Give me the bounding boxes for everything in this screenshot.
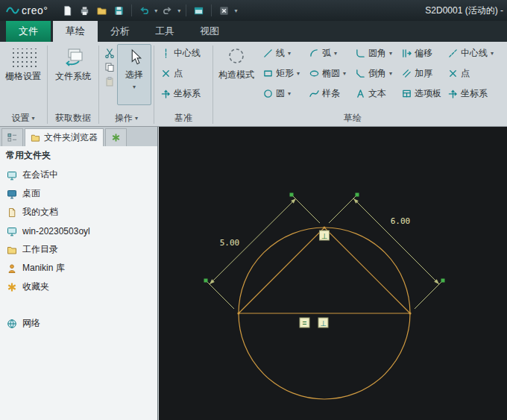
get-data-footer: 获取数据 [50, 110, 96, 126]
quick-access-toolbar: ▾ ▾ ▾ [60, 3, 238, 19]
centerline_v-icon [161, 48, 171, 58]
fillet-tool[interactable]: 圆角▾ [351, 47, 397, 60]
dropdown-arrow[interactable]: ▾ [334, 50, 337, 57]
undo-button[interactable] [136, 3, 152, 19]
csys-datum-tool[interactable]: 坐标系 [157, 84, 210, 104]
settings-footer[interactable]: 设置▾ [1, 110, 45, 126]
toolbar-separator [186, 4, 186, 16]
model-tree-tab[interactable] [1, 128, 23, 146]
point-icon [161, 69, 171, 78]
folder-browser-tab-label: 文件夹浏览器 [44, 131, 98, 144]
chamfer-icon [356, 69, 365, 78]
folder-item-network[interactable]: 网络 [0, 314, 157, 333]
select-button[interactable]: 选择 ▾ [117, 44, 151, 105]
regenerate-button[interactable] [191, 3, 207, 19]
dropdown-arrow[interactable]: ▾ [288, 50, 291, 57]
dim-line-right[interactable] [353, 198, 439, 284]
ellipse-tool[interactable]: 椭圆▾ [305, 67, 351, 80]
close-window-button[interactable] [216, 3, 232, 19]
folder-label: 桌面 [22, 187, 40, 200]
line-tool[interactable]: 线▾ [259, 47, 305, 60]
favorites-icon [7, 282, 17, 292]
group-separator [212, 46, 213, 124]
folder-tab-icon [31, 133, 40, 142]
open-file-button[interactable] [94, 3, 110, 19]
text-tool[interactable]: 文本 [351, 87, 397, 100]
cut-icon[interactable] [104, 48, 115, 58]
redo-button[interactable] [160, 3, 175, 19]
dropdown-arrow[interactable]: ▾ [288, 90, 291, 97]
folder-item-monitor[interactable]: 在会话中 [0, 166, 157, 184]
tool-label: 加厚 [415, 67, 432, 80]
tab-file[interactable]: 文件 [6, 21, 51, 42]
sketch-geometry[interactable] [239, 228, 410, 399]
folder-label: 工作目录 [22, 243, 58, 256]
print-button[interactable] [77, 3, 92, 19]
folder-item-documents[interactable]: 我的文档 [0, 203, 157, 222]
csys-tool[interactable]: 坐标系 [444, 87, 490, 100]
tab-sketch[interactable]: 草绘 [53, 21, 98, 42]
toolbar-options-arrow[interactable]: ▾ [234, 7, 237, 14]
folder-item-folder[interactable]: 工作目录 [0, 240, 157, 259]
thicken-tool[interactable]: 加厚 [397, 67, 444, 80]
tab-analysis[interactable]: 分析 [98, 21, 142, 42]
centerline_v-datum-tool[interactable]: 中心线 [157, 43, 210, 63]
toolbar-separator [131, 4, 132, 16]
construction-mode-button[interactable]: 构造模式 [215, 43, 257, 81]
file-system-button[interactable]: 文件系统 [50, 43, 96, 83]
dimension-value-right[interactable]: 6.00 [391, 216, 411, 226]
dropdown-arrow[interactable]: ▾ [491, 50, 494, 57]
file-system-label: 文件系统 [55, 70, 91, 83]
fillet-icon [356, 48, 365, 58]
chamfer-tool[interactable]: 倒角▾ [351, 67, 397, 80]
construction-mode-label: 构造模式 [218, 69, 254, 81]
line-icon [263, 48, 273, 58]
save-icon [113, 5, 125, 16]
clipboard-buttons [101, 43, 117, 87]
arc-tool[interactable]: 弧▾ [305, 47, 351, 60]
dropdown-arrow[interactable]: ▾ [297, 70, 300, 77]
dimension-value-left[interactable]: 5.00 [220, 238, 240, 248]
grid-settings-button[interactable]: 栅格设置 [1, 43, 45, 83]
operations-footer[interactable]: 操作▾ [101, 110, 151, 126]
redo-dropdown-arrow[interactable]: ▾ [177, 7, 180, 14]
undo-dropdown-arrow[interactable]: ▾ [154, 7, 157, 14]
new-file-button[interactable] [60, 3, 75, 19]
dropdown-arrow[interactable]: ▾ [389, 50, 392, 57]
tool-label: 中心线 [461, 47, 488, 60]
tab-view[interactable]: 视图 [187, 21, 232, 42]
paste-icon[interactable] [104, 76, 115, 87]
dropdown-arrow[interactable]: ▾ [343, 70, 346, 77]
select-label: 选择 [125, 69, 143, 81]
rect-tool[interactable]: 矩形▾ [259, 67, 305, 80]
folder-item-library[interactable]: Manikin 库 [0, 259, 157, 278]
tool-label: 椭圆 [322, 67, 340, 80]
spline-tool[interactable]: 样条 [305, 87, 351, 100]
folder-item-favorites[interactable]: 收藏夹 [0, 278, 157, 296]
tool-label: 偏移 [415, 47, 432, 60]
copy-icon[interactable] [104, 62, 115, 72]
sketch-canvas[interactable]: 5.00 6.00 ⊥ = ⊥ [159, 127, 507, 420]
tool-label: 矩形 [276, 67, 294, 80]
dropdown-arrow[interactable]: ▾ [389, 70, 392, 77]
favorites-tab[interactable] [105, 128, 127, 146]
folder-item-desktop[interactable]: 桌面 [0, 184, 157, 203]
dropdown-arrow: ▾ [135, 115, 138, 122]
circle-icon [263, 89, 273, 98]
mid-constraint-glyph: ⊥ [320, 319, 327, 327]
ribbon: 栅格设置 设置▾ 文件系统 获取数据 [0, 42, 507, 127]
save-button[interactable] [111, 3, 127, 19]
folder-item-computer[interactable]: win-20230503oyl [0, 222, 157, 240]
select-dropdown-arrow[interactable]: ▾ [133, 84, 136, 90]
palette-tool[interactable]: 选项板 [397, 87, 444, 100]
arc-icon [309, 48, 319, 58]
circle-tool[interactable]: 圆▾ [259, 87, 305, 100]
point-tool[interactable]: 点 [444, 67, 490, 80]
spline-icon [309, 89, 319, 98]
folder-browser-tab[interactable]: 文件夹浏览器 [25, 128, 104, 146]
point-datum-tool[interactable]: 点 [157, 63, 210, 84]
graphics-area[interactable]: 5.00 6.00 ⊥ = ⊥ [159, 127, 507, 420]
centerline-tool[interactable]: 中心线▾ [444, 47, 490, 60]
offset-tool[interactable]: 偏移 [397, 47, 444, 60]
tab-tools[interactable]: 工具 [142, 21, 187, 42]
